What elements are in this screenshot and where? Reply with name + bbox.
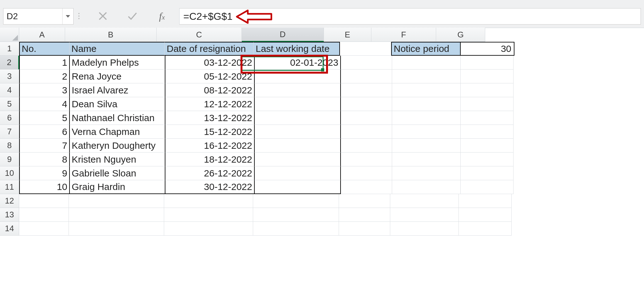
cell-G13[interactable] xyxy=(459,208,512,222)
col-header-C[interactable]: C xyxy=(157,28,242,42)
cell-C3[interactable]: 05-12-2022 xyxy=(165,70,255,83)
row-header-14[interactable]: 14 xyxy=(0,222,19,236)
cell-B5[interactable]: Dean Silva xyxy=(70,97,165,111)
cell-A11[interactable]: 10 xyxy=(19,180,70,194)
cell-E10[interactable] xyxy=(341,166,392,180)
row-header-6[interactable]: 6 xyxy=(0,111,19,125)
cell-G14[interactable] xyxy=(459,222,512,236)
cell-E11[interactable] xyxy=(341,180,392,194)
cell-C14[interactable] xyxy=(164,222,253,236)
cell-E7[interactable] xyxy=(341,125,392,139)
cell-F3[interactable] xyxy=(392,70,461,83)
cell-F7[interactable] xyxy=(392,125,461,139)
col-header-B[interactable]: B xyxy=(65,28,157,42)
cell-D7[interactable] xyxy=(255,125,341,139)
cell-B10[interactable]: Gabrielle Sloan xyxy=(70,166,165,180)
cell-F12[interactable] xyxy=(390,194,459,208)
row-header-8[interactable]: 8 xyxy=(0,139,19,153)
cell-F14[interactable] xyxy=(390,222,459,236)
cell-F10[interactable] xyxy=(392,166,461,180)
row-header-10[interactable]: 10 xyxy=(0,166,19,180)
spreadsheet-grid[interactable]: A B C D E F G 1 No. Name Date of resigna… xyxy=(0,28,644,307)
cell-C5[interactable]: 12-12-2022 xyxy=(165,97,255,111)
cell-B8[interactable]: Katheryn Dougherty xyxy=(70,139,165,153)
row-header-9[interactable]: 9 xyxy=(0,153,19,166)
row-header-7[interactable]: 7 xyxy=(0,125,19,139)
cell-B14[interactable] xyxy=(69,222,164,236)
row-header-5[interactable]: 5 xyxy=(0,97,19,111)
cell-G4[interactable] xyxy=(461,83,514,97)
cell-C11[interactable]: 30-12-2022 xyxy=(165,180,255,194)
cell-B6[interactable]: Nathanael Christian xyxy=(70,111,165,125)
cell-A7[interactable]: 6 xyxy=(19,125,70,139)
cell-E8[interactable] xyxy=(341,139,392,153)
row-header-3[interactable]: 3 xyxy=(0,70,19,83)
cell-C4[interactable]: 08-12-2022 xyxy=(165,83,255,97)
cell-A1[interactable]: No. xyxy=(19,42,69,56)
cell-D13[interactable] xyxy=(253,208,339,222)
cell-D10[interactable] xyxy=(255,166,341,180)
cell-C12[interactable] xyxy=(164,194,253,208)
cell-G9[interactable] xyxy=(461,153,514,166)
cell-D6[interactable] xyxy=(255,111,341,125)
insert-function-button[interactable]: fx xyxy=(153,8,170,25)
row-header-1[interactable]: 1 xyxy=(0,42,19,56)
col-header-F[interactable]: F xyxy=(371,28,436,42)
cell-E9[interactable] xyxy=(341,153,392,166)
cell-E3[interactable] xyxy=(341,70,392,83)
cell-A13[interactable] xyxy=(19,208,69,222)
cell-A8[interactable]: 7 xyxy=(19,139,70,153)
cell-G6[interactable] xyxy=(461,111,514,125)
cell-B12[interactable] xyxy=(69,194,164,208)
cell-B9[interactable]: Kristen Nguyen xyxy=(70,153,165,166)
cell-B11[interactable]: Graig Hardin xyxy=(70,180,165,194)
cell-G10[interactable] xyxy=(461,166,514,180)
cell-F8[interactable] xyxy=(392,139,461,153)
cell-G5[interactable] xyxy=(461,97,514,111)
cell-B3[interactable]: Rena Joyce xyxy=(70,70,165,83)
cell-E5[interactable] xyxy=(341,97,392,111)
cell-A14[interactable] xyxy=(19,222,69,236)
cell-B1[interactable]: Name xyxy=(69,42,165,56)
cell-A4[interactable]: 3 xyxy=(19,83,70,97)
select-all-corner[interactable] xyxy=(0,28,19,42)
cell-A10[interactable]: 9 xyxy=(19,166,70,180)
cell-D1[interactable]: Last working date xyxy=(254,42,340,56)
cell-A12[interactable] xyxy=(19,194,69,208)
cell-C6[interactable]: 13-12-2022 xyxy=(165,111,255,125)
cell-E12[interactable] xyxy=(339,194,390,208)
cell-C9[interactable]: 18-12-2022 xyxy=(165,153,255,166)
cell-A9[interactable]: 8 xyxy=(19,153,70,166)
col-header-E[interactable]: E xyxy=(324,28,371,42)
cell-G8[interactable] xyxy=(461,139,514,153)
cell-D8[interactable] xyxy=(255,139,341,153)
row-header-11[interactable]: 11 xyxy=(0,180,19,194)
cell-E1[interactable] xyxy=(340,42,391,56)
cell-G3[interactable] xyxy=(461,70,514,83)
col-header-A[interactable]: A xyxy=(19,28,65,42)
cell-D2[interactable]: 02-01-2023 xyxy=(255,56,341,70)
name-box[interactable]: D2 xyxy=(3,8,74,25)
cell-C2[interactable]: 03-12-2022 xyxy=(165,56,255,70)
cell-B2[interactable]: Madelyn Phelps xyxy=(70,56,165,70)
cell-F9[interactable] xyxy=(392,153,461,166)
cell-E14[interactable] xyxy=(339,222,390,236)
cell-E13[interactable] xyxy=(339,208,390,222)
name-box-dropdown[interactable] xyxy=(62,8,73,24)
cell-E6[interactable] xyxy=(341,111,392,125)
cell-B4[interactable]: Israel Alvarez xyxy=(70,83,165,97)
row-header-12[interactable]: 12 xyxy=(0,194,19,208)
cell-A6[interactable]: 5 xyxy=(19,111,70,125)
cell-F1[interactable]: Notice period xyxy=(391,42,460,56)
cell-C10[interactable]: 26-12-2022 xyxy=(165,166,255,180)
cell-C1[interactable]: Date of resignation xyxy=(165,42,254,56)
cell-D12[interactable] xyxy=(253,194,339,208)
cell-G12[interactable] xyxy=(459,194,512,208)
cell-D14[interactable] xyxy=(253,222,339,236)
cell-F6[interactable] xyxy=(392,111,461,125)
cell-F4[interactable] xyxy=(392,83,461,97)
cell-F5[interactable] xyxy=(392,97,461,111)
cell-C13[interactable] xyxy=(164,208,253,222)
cell-E4[interactable] xyxy=(341,83,392,97)
cell-E2[interactable] xyxy=(341,56,392,70)
